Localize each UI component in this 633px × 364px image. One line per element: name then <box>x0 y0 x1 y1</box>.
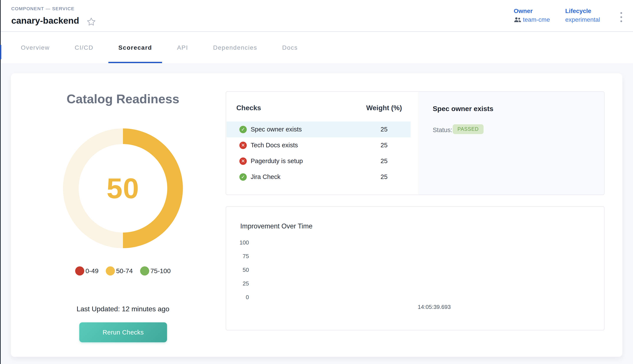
owner-label: Owner <box>514 8 550 15</box>
improvement-chart-panel: Improvement Over Time 100 75 50 25 0 14:… <box>226 206 604 330</box>
weight-column-header: Weight (%) <box>362 104 406 112</box>
legend-dot-green <box>140 266 149 276</box>
status-badge: PASSED <box>453 124 484 134</box>
breadcrumb: COMPONENT — SERVICE <box>11 6 75 11</box>
tab-scorecard[interactable]: Scorecard <box>118 32 152 63</box>
gauge-hole: 50 <box>79 144 167 232</box>
entity-tabs: Overview CI/CD Scorecard API Dependencie… <box>0 32 633 63</box>
check-status-icon: ✕ <box>239 158 247 165</box>
rerun-checks-button[interactable]: Rerun Checks <box>79 322 167 342</box>
check-row-pagerduty[interactable]: ✕ Pagerduty is setup 25 <box>227 153 410 169</box>
legend-item-high: 75-100 <box>140 266 170 276</box>
legend-dot-red <box>75 266 84 276</box>
tab-api[interactable]: API <box>177 32 188 63</box>
check-detail-panel: Spec owner exists Status: PASSED <box>418 92 604 194</box>
checks-panel: Checks Weight (%) ✓ Spec owner exists 25… <box>226 91 604 195</box>
readiness-gauge: 50 <box>63 128 183 248</box>
checks-rows: ✓ Spec owner exists 25 ✕ Tech Docs exist… <box>227 122 410 185</box>
legend-dot-yellow <box>106 266 115 276</box>
gauge-legend: 0-49 50-74 75-100 <box>36 266 210 276</box>
page-title: canary-backend <box>11 16 79 26</box>
group-icon <box>514 17 521 22</box>
tab-dependencies[interactable]: Dependencies <box>213 32 257 63</box>
scorecard-card: Catalog Readiness 50 0-49 50-74 75-100 L… <box>11 73 622 357</box>
more-options-icon[interactable] <box>619 12 623 22</box>
check-row-jira[interactable]: ✓ Jira Check 25 <box>227 169 410 185</box>
last-updated-text: Last Updated: 12 minutes ago <box>36 305 210 313</box>
check-status-icon: ✕ <box>239 142 247 149</box>
tab-cicd[interactable]: CI/CD <box>75 32 93 63</box>
favorite-star-icon[interactable] <box>86 17 96 26</box>
lifecycle-value: experimental <box>565 16 600 24</box>
check-row-spec-owner[interactable]: ✓ Spec owner exists 25 <box>227 122 410 137</box>
y-tick-100: 100 <box>226 239 249 246</box>
entity-header: COMPONENT — SERVICE canary-backend Owner… <box>0 0 633 32</box>
gauge-score: 50 <box>107 172 139 205</box>
legend-item-mid: 50-74 <box>106 266 133 276</box>
y-tick-0: 0 <box>226 294 249 301</box>
chart-title: Improvement Over Time <box>240 222 312 230</box>
check-detail-title: Spec owner exists <box>433 105 493 113</box>
y-tick-50: 50 <box>226 266 249 273</box>
y-tick-75: 75 <box>226 253 249 260</box>
lifecycle-block: Lifecycle experimental <box>565 8 600 24</box>
left-scroll-indicator <box>0 45 1 59</box>
lifecycle-label: Lifecycle <box>565 8 600 15</box>
y-tick-25: 25 <box>226 280 249 287</box>
x-tick-timestamp: 14:05:39.693 <box>404 304 465 310</box>
legend-item-low: 0-49 <box>75 266 98 276</box>
check-status-icon: ✓ <box>239 173 247 181</box>
check-row-tech-docs[interactable]: ✕ Tech Docs exists 25 <box>227 137 410 153</box>
tab-overview[interactable]: Overview <box>21 32 50 63</box>
check-status-icon: ✓ <box>239 126 247 133</box>
owner-link[interactable]: team-cme <box>523 16 550 24</box>
checks-column-header: Checks <box>236 104 261 112</box>
status-label: Status: <box>433 126 452 134</box>
tab-docs[interactable]: Docs <box>282 32 298 63</box>
owner-block: Owner team-cme <box>514 8 550 24</box>
scorecard-title: Catalog Readiness <box>47 92 199 106</box>
